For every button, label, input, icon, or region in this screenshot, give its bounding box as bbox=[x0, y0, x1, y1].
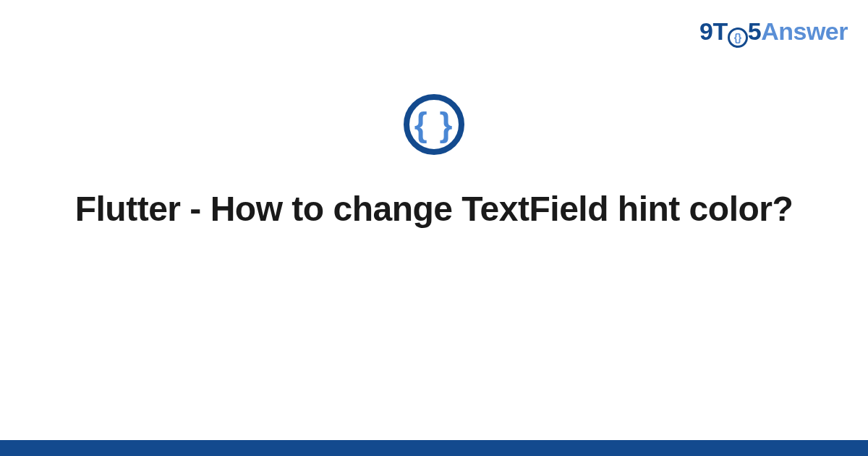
page-title: Flutter - How to change TextField hint c… bbox=[35, 187, 833, 231]
logo-text-5: 5 bbox=[748, 17, 761, 45]
code-brace-icon: { } bbox=[404, 94, 464, 155]
footer-bar bbox=[0, 440, 868, 456]
site-logo[interactable]: 9T{}5Answer bbox=[699, 17, 848, 46]
brace-glyph: { } bbox=[414, 108, 454, 141]
logo-text-answer: Answer bbox=[761, 17, 848, 45]
logo-o-icon: {} bbox=[728, 28, 748, 48]
logo-text-9t: 9T bbox=[699, 17, 728, 45]
